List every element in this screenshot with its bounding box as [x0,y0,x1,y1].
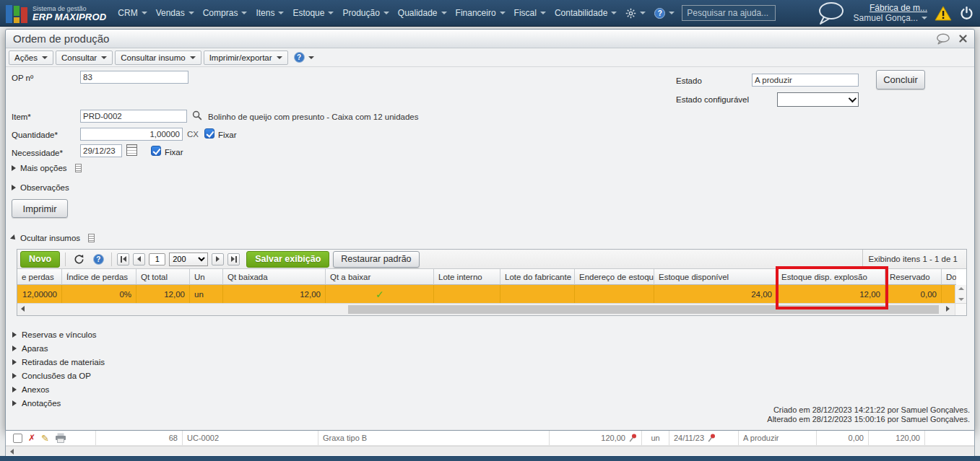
cell-estoque-disp-explosao[interactable]: 12,00 [777,285,885,303]
background-table-row[interactable]: ✗ ✎ 68 UC-0002 Graxa tipo B 120,00 un 24… [6,431,974,446]
section-aparas[interactable]: Aparas [12,341,105,355]
imprimir-button[interactable]: Imprimir [12,199,68,218]
restaurar-padrao-button[interactable]: Restaurar padrão [333,251,419,268]
calendar-icon[interactable] [126,144,137,156]
col-header-un[interactable]: Un [190,269,223,285]
bg-cell-v1[interactable]: 0,00 [817,431,869,445]
col-header-lote-fabricante[interactable]: Lote do fabricante [500,269,575,285]
col-header-indice-perdas[interactable]: Índice de perdas [62,269,136,285]
acoes-button[interactable]: Ações [9,51,53,65]
col-header-perdas[interactable]: e perdas [17,269,62,285]
section-anotacoes[interactable]: Anotações [12,396,105,410]
bg-cell-status[interactable]: A produzir [739,431,817,445]
imprimir-exportar-button[interactable]: Imprimir/exportar [204,51,288,65]
ocultar-insumos-toggle[interactable]: Ocultar insumos [12,234,95,242]
menu-crm[interactable]: CRM [113,0,151,27]
help-menu[interactable]: ? [650,0,679,27]
background-horizontal-scrollbar[interactable] [6,446,974,455]
section-retiradas-materiais[interactable]: Retiradas de materiais [12,355,105,369]
insumo-row-selected[interactable]: 12,00000 0% 12,00 un 12,00 ✓ 24,00 12,00… [17,285,956,303]
mais-opcoes-toggle[interactable]: Mais opções [12,164,82,172]
menu-fiscal[interactable]: Fiscal [510,0,550,27]
settings-menu[interactable] [621,0,650,27]
consultar-insumo-button[interactable]: Consultar insumo [115,51,201,65]
edit-icon[interactable]: ✎ [41,433,49,444]
cell-indice-perdas[interactable]: 0% [62,285,136,303]
scrollbar-thumb[interactable] [348,305,939,314]
necessidade-date-input[interactable] [80,144,122,157]
vertical-scrollbar[interactable] [955,285,966,303]
estado-input[interactable] [752,74,859,87]
bg-cell-id[interactable]: 68 [96,431,183,445]
menu-financeiro[interactable]: Financeiro [451,0,510,27]
item-code-input[interactable] [80,110,187,123]
prev-page-button[interactable] [133,253,145,265]
section-conclusoes-op[interactable]: Conclusões da OP [12,369,105,382]
scroll-left-icon[interactable] [10,449,14,455]
col-header-qt-baixada[interactable]: Qt baixada [223,269,326,285]
bg-cell-un[interactable]: un [642,431,669,445]
col-header-endereco-estoque[interactable]: Endereço de estoque [575,269,654,285]
toolbar-help-menu[interactable]: ? [290,51,318,65]
menu-itens[interactable]: Itens [251,0,288,27]
col-header-qt-total[interactable]: Qt total [136,269,190,285]
col-header-estoque-disp-explosao[interactable]: Estoque disp. explosão [777,269,885,285]
concluir-button[interactable]: Concluir [876,70,925,89]
cell-dono[interactable] [942,285,956,303]
col-header-estoque-disponivel[interactable]: Estoque disponível [654,269,777,285]
cell-endereco-estoque[interactable] [575,285,654,303]
menu-compras[interactable]: Compras [199,0,252,27]
menu-vendas[interactable]: Vendas [152,0,199,27]
horizontal-scrollbar[interactable] [17,303,966,315]
cell-un[interactable]: un [190,285,223,303]
help-search-input[interactable] [682,5,776,21]
op-number-input[interactable] [80,71,188,84]
cell-reservado[interactable]: 0,00 [885,285,942,303]
bg-cell-code[interactable]: UC-0002 [183,431,318,445]
first-page-button[interactable] [117,253,129,265]
warning-icon[interactable] [935,6,952,21]
last-page-button[interactable] [227,253,240,265]
scroll-right-icon[interactable] [946,306,950,312]
print-icon[interactable] [55,433,66,443]
cell-lote-interno[interactable] [434,285,500,303]
company-link[interactable]: Fábrica de m... [870,3,927,13]
menu-qualidade[interactable]: Qualidade [394,0,451,27]
bg-cell-qty[interactable]: 120,00 [601,434,625,442]
scroll-left-icon[interactable] [21,306,25,312]
salvar-exibicao-button[interactable]: Salvar exibição [246,251,329,268]
cell-qt-baixada[interactable]: 12,00 [223,285,326,303]
estado-configuravel-select[interactable] [777,92,859,107]
cell-perdas[interactable]: 12,00000 [17,285,62,303]
bg-cell-desc[interactable]: Graxa tipo B [318,431,550,445]
close-icon[interactable] [959,35,967,43]
menu-contabilidade[interactable]: Contabilidade [550,0,621,27]
cell-qt-total[interactable]: 12,00 [136,285,190,303]
observacoes-toggle[interactable]: Observações [12,183,69,192]
app-logo[interactable]: Sistema de gestão ERP MAXIPROD [6,3,106,23]
col-header-qt-a-baixar[interactable]: Qt a baixar [326,269,434,285]
user-menu[interactable]: Samuel Gonça... [854,13,927,23]
chat-icon[interactable] [815,1,846,25]
quantidade-input[interactable] [80,128,183,141]
page-number-input[interactable] [149,253,165,265]
next-page-button[interactable] [212,253,224,265]
col-header-lote-interno[interactable]: Lote interno [434,269,500,285]
col-header-dono[interactable]: Don [942,269,956,285]
delete-icon[interactable]: ✗ [28,433,35,443]
refresh-button[interactable] [71,252,87,266]
section-anexos[interactable]: Anexos [12,382,105,396]
comment-icon[interactable] [936,33,950,45]
grid-help-button[interactable]: ? [90,252,106,266]
bg-cell-date[interactable]: 24/11/23 [674,434,704,442]
section-reservas-vinculos[interactable]: Reservas e vínculos [12,328,105,341]
bg-cell-v2[interactable]: 120,00 [869,431,925,445]
fixar-necessidade-checkbox[interactable] [151,146,161,156]
menu-estoque[interactable]: Estoque [288,0,338,27]
cell-qt-a-baixar-check-icon[interactable]: ✓ [326,285,434,303]
novo-button[interactable]: Novo [20,251,60,268]
menu-producao[interactable]: Produção [338,0,393,27]
row-checkbox[interactable] [13,434,22,443]
power-icon[interactable] [959,6,974,21]
cell-lote-fabricante[interactable] [500,285,575,303]
